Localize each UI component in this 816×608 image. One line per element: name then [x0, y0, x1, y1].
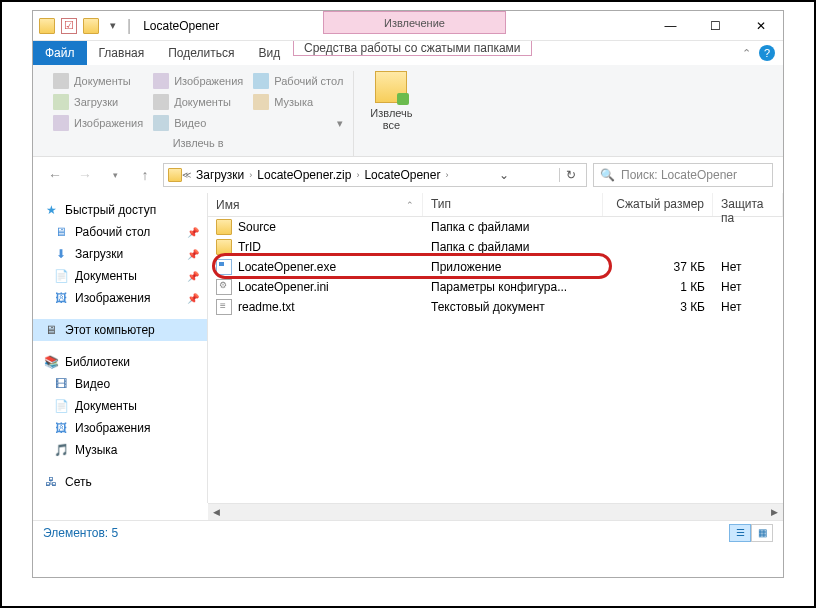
table-row[interactable]: LocateOpener.iniПараметры конфигура...1 … — [208, 277, 783, 297]
file-type: Текстовый документ — [423, 300, 603, 314]
ribbon-dest-images[interactable]: Изображения — [153, 71, 243, 91]
minimize-button[interactable]: — — [648, 11, 693, 41]
ribbon-extract-all[interactable]: Извлечь все — [354, 71, 428, 156]
network-icon: 🖧 — [43, 474, 59, 490]
scroll-right-button[interactable]: ▶ — [766, 504, 783, 521]
address-folder-icon — [168, 168, 182, 182]
column-headers: Имя⌃ Тип Сжатый размер Защита па — [208, 193, 783, 217]
ribbon-dest-images2[interactable]: Изображения — [53, 113, 143, 133]
ribbon-dest-video[interactable]: Видео — [153, 113, 243, 133]
ribbon-more-icon[interactable]: ▾ — [253, 113, 343, 133]
pin-icon: 📌 — [187, 271, 199, 282]
ribbon-dest-documents[interactable]: Документы — [53, 71, 143, 91]
ribbon-dest-downloads[interactable]: Загрузки — [53, 92, 143, 112]
sidebar-item-label: Рабочий стол — [75, 225, 150, 239]
ribbon-collapse-icon[interactable]: ⌃ — [742, 47, 751, 60]
libraries-icon: 📚 — [43, 354, 59, 370]
file-name: Source — [238, 220, 276, 234]
nav-back-button[interactable]: ← — [43, 163, 67, 187]
scroll-left-button[interactable]: ◀ — [208, 504, 225, 521]
sidebar-item-desktop[interactable]: 🖥Рабочий стол📌 — [33, 221, 207, 243]
ribbon-group-label: Извлечь в — [53, 137, 343, 149]
sidebar-quick-access[interactable]: ★ Быстрый доступ — [33, 199, 207, 221]
file-type: Параметры конфигура... — [423, 280, 603, 294]
documents-icon: 📄 — [53, 398, 69, 414]
sidebar-network[interactable]: 🖧Сеть — [33, 471, 207, 493]
view-icons-button[interactable]: ▦ — [751, 524, 773, 542]
column-size[interactable]: Сжатый размер — [603, 193, 713, 216]
ribbon-dest-documents2[interactable]: Документы — [153, 92, 243, 112]
tab-share[interactable]: Поделиться — [156, 41, 246, 65]
file-name: TrID — [238, 240, 261, 254]
tab-view[interactable]: Вид — [246, 41, 292, 65]
sidebar-item-documents[interactable]: 📄Документы📌 — [33, 265, 207, 287]
table-row[interactable]: TrIDПапка с файлами — [208, 237, 783, 257]
file-protection: Нет — [713, 300, 783, 314]
ribbon-dest-desktop[interactable]: Рабочий стол — [253, 71, 343, 91]
pin-icon: 📌 — [187, 293, 199, 304]
file-name: LocateOpener.ini — [238, 280, 329, 294]
table-row[interactable]: SourceПапка с файлами — [208, 217, 783, 237]
search-input[interactable]: 🔍 Поиск: LocateOpener — [593, 163, 773, 187]
column-protection[interactable]: Защита па — [713, 193, 783, 216]
txt-icon — [216, 299, 232, 315]
help-icon[interactable]: ? — [759, 45, 775, 61]
sort-indicator-icon: ⌃ — [406, 200, 414, 210]
sidebar-item-label: Документы — [75, 399, 137, 413]
tab-file[interactable]: Файл — [33, 41, 87, 65]
sidebar-item-video[interactable]: 🎞Видео — [33, 373, 207, 395]
sidebar-item-label: Документы — [75, 269, 137, 283]
sidebar-this-pc[interactable]: 🖥Этот компьютер — [33, 319, 207, 341]
breadcrumb-seg-0[interactable]: Загрузки — [191, 168, 249, 182]
ribbon-dest-music[interactable]: Музыка — [253, 92, 343, 112]
sidebar-item-label: Видео — [75, 377, 110, 391]
sidebar-item-label: Этот компьютер — [65, 323, 155, 337]
file-size: 3 КБ — [603, 300, 713, 314]
search-icon: 🔍 — [600, 168, 615, 182]
table-row[interactable]: LocateOpener.exeПриложение37 КБНет — [208, 257, 783, 277]
sidebar-item-label: Быстрый доступ — [65, 203, 156, 217]
main-area: ★ Быстрый доступ 🖥Рабочий стол📌 ⬇Загрузк… — [33, 193, 783, 503]
view-details-button[interactable]: ☰ — [729, 524, 751, 542]
tab-home[interactable]: Главная — [87, 41, 157, 65]
qat-properties-icon[interactable]: ☑ — [61, 18, 77, 34]
sidebar-item-music[interactable]: 🎵Музыка — [33, 439, 207, 461]
nav-recent-dropdown[interactable]: ▾ — [103, 163, 127, 187]
ribbon: Документы Изображения Рабочий стол Загру… — [33, 65, 783, 157]
breadcrumb-seg-2[interactable]: LocateOpener — [359, 168, 445, 182]
address-bar[interactable]: ≪ Загрузки › LocateOpener.zip › LocateOp… — [163, 163, 587, 187]
close-button[interactable]: ✕ — [738, 11, 783, 41]
breadcrumb-seg-1[interactable]: LocateOpener.zip — [252, 168, 356, 182]
file-type: Приложение — [423, 260, 603, 274]
quick-access-toolbar: ☑ ▾ | — [33, 17, 131, 35]
chevron-icon[interactable]: ≪ — [182, 170, 191, 180]
chevron-icon[interactable]: › — [445, 170, 448, 180]
window-controls: — ☐ ✕ — [648, 11, 783, 41]
refresh-icon[interactable]: ↻ — [559, 168, 582, 182]
video-icon: 🎞 — [53, 376, 69, 392]
address-dropdown-icon[interactable]: ⌄ — [493, 168, 515, 182]
file-type: Папка с файлами — [423, 220, 603, 234]
horizontal-scrollbar[interactable]: ◀ ▶ — [208, 503, 783, 520]
navigation-sidebar: ★ Быстрый доступ 🖥Рабочий стол📌 ⬇Загрузк… — [33, 193, 208, 503]
view-mode-switcher: ☰ ▦ — [729, 524, 773, 542]
sidebar-item-images2[interactable]: 🖼Изображения — [33, 417, 207, 439]
nav-forward-button[interactable]: → — [73, 163, 97, 187]
tab-compressed-tools[interactable]: Средства работы со сжатыми папками — [293, 41, 532, 56]
column-name[interactable]: Имя⌃ — [208, 193, 423, 216]
this-pc-icon: 🖥 — [43, 322, 59, 338]
sidebar-item-images[interactable]: 🖼Изображения📌 — [33, 287, 207, 309]
exe-icon — [216, 259, 232, 275]
folder-icon — [216, 219, 232, 235]
maximize-button[interactable]: ☐ — [693, 11, 738, 41]
qat-dropdown-icon[interactable]: ▾ — [105, 18, 121, 34]
qat-newfolder-icon[interactable] — [83, 18, 99, 34]
sidebar-item-documents2[interactable]: 📄Документы — [33, 395, 207, 417]
file-size: 37 КБ — [603, 260, 713, 274]
sidebar-item-downloads[interactable]: ⬇Загрузки📌 — [33, 243, 207, 265]
sidebar-libraries[interactable]: 📚Библиотеки — [33, 351, 207, 373]
images-icon: 🖼 — [53, 420, 69, 436]
table-row[interactable]: readme.txtТекстовый документ3 КБНет — [208, 297, 783, 317]
column-type[interactable]: Тип — [423, 193, 603, 216]
nav-up-button[interactable]: ↑ — [133, 163, 157, 187]
